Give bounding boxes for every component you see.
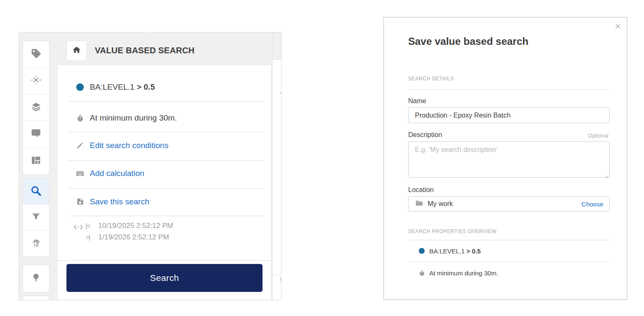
pencil-icon	[75, 141, 85, 150]
sidebar-item-comments[interactable]	[23, 121, 49, 148]
sidebar-group-1: ÷+×−	[22, 41, 50, 175]
save-search-dialog: × Save value based search SEARCH DETAILS…	[383, 17, 627, 300]
sidebar-item-insights[interactable]	[23, 265, 49, 292]
filter-icon	[30, 211, 41, 224]
sidebar-group-partial	[22, 296, 50, 300]
clipped-axis-label: 5	[280, 277, 281, 282]
name-input[interactable]	[408, 107, 610, 123]
sidebar-item-layers[interactable]	[23, 94, 49, 121]
choose-location-link[interactable]: Choose	[581, 201, 603, 208]
background-rule	[273, 275, 281, 275]
svg-text:−: −	[35, 82, 38, 86]
time-range-icon	[73, 222, 86, 245]
add-calculation-row[interactable]: Add calculation	[58, 162, 271, 185]
overview-timing-row: At minimum during 30m.	[384, 262, 627, 284]
close-icon[interactable]: ×	[615, 21, 621, 31]
tag-icon	[30, 48, 42, 61]
value-based-search-panel: ÷+×−	[19, 32, 282, 300]
home-icon	[72, 45, 81, 56]
divider	[69, 160, 264, 161]
sidebar-item-dashboard[interactable]	[23, 148, 49, 174]
search-summary-card: BA:LEVEL.1 > 0.5 At minimum during 30m.	[57, 65, 271, 300]
location-picker: My work Choose	[408, 196, 610, 212]
dashboard-icon	[30, 155, 41, 168]
overview-condition-row: BA:LEVEL.1 > 0.5	[384, 240, 627, 262]
svg-text:×: ×	[39, 78, 42, 82]
section-search-details: SEARCH DETAILS	[408, 76, 454, 82]
comment-icon	[30, 128, 41, 140]
timing-text: At minimum during 30m.	[90, 113, 177, 123]
stopwatch-icon	[75, 114, 85, 123]
home-button[interactable]	[66, 41, 87, 61]
save-icon	[75, 198, 85, 206]
timing-row: At minimum during 30m.	[58, 106, 271, 130]
formula-icon: ÷+×−	[30, 74, 42, 88]
stopwatch-icon	[418, 269, 426, 277]
edit-conditions-link[interactable]: Edit search conditions	[90, 141, 169, 150]
condition-text: BA:LEVEL.1 > 0.5	[90, 82, 155, 92]
border-notch	[143, 32, 148, 33]
sidebar-item-partial[interactable]	[23, 296, 49, 300]
range-end-marker: >|	[86, 234, 98, 241]
location-value: My work	[428, 200, 581, 208]
sidebar-item-search[interactable]	[23, 179, 49, 205]
condition-row: BA:LEVEL.1 > 0.5	[58, 75, 271, 99]
tool-sidebar: ÷+×−	[22, 41, 50, 300]
divider	[69, 132, 264, 132]
location-label: Location	[408, 186, 434, 194]
search-button[interactable]: Search	[66, 264, 263, 292]
dialog-title: Save value based search	[408, 36, 528, 47]
save-search-link[interactable]: Save this search	[90, 197, 149, 206]
name-label: Name	[408, 97, 426, 105]
svg-text:÷: ÷	[30, 78, 33, 82]
date-range-values: |< 10/19/2025 2:52:12 PM >| 1/19/2026 2:…	[86, 222, 173, 245]
sidebar-group-2	[22, 179, 50, 257]
save-search-row[interactable]: Save this search	[58, 190, 271, 214]
footer-divider	[58, 260, 271, 261]
sidebar-item-fingerprint[interactable]	[23, 231, 49, 256]
fingerprint-icon	[30, 237, 42, 250]
range-start-marker: |<	[86, 222, 98, 229]
lightbulb-icon	[30, 272, 41, 285]
panel-title: VALUE BASED SEARCH	[95, 46, 194, 55]
background-content-sliver: 4 5	[272, 33, 281, 300]
svg-text:+: +	[35, 74, 38, 78]
background-header-band	[273, 33, 281, 60]
signal-dot-icon	[76, 83, 84, 91]
date-range-row[interactable]: |< 10/19/2025 2:52:12 PM >| 1/19/2026 2:…	[58, 217, 271, 245]
keyboard-icon	[75, 169, 85, 178]
description-label: Description	[408, 131, 442, 139]
divider	[69, 216, 264, 216]
range-start-value: 10/19/2025 2:52:12 PM	[98, 222, 173, 230]
search-icon	[30, 185, 42, 198]
sidebar-item-tags[interactable]	[23, 41, 49, 68]
description-textarea[interactable]	[408, 141, 610, 178]
add-calculation-link[interactable]: Add calculation	[90, 169, 144, 178]
divider	[69, 188, 264, 189]
folder-icon	[415, 199, 423, 209]
range-end-value: 1/19/2026 2:52:12 PM	[98, 233, 169, 242]
clipped-axis-label: 4	[280, 90, 281, 95]
divider	[408, 89, 610, 90]
signal-dot-icon	[419, 248, 425, 254]
optional-hint: Optional	[588, 132, 608, 139]
overview-condition-text: BA:LEVEL.1 > 0.5	[429, 247, 481, 255]
overview-timing-text: At minimum during 30m.	[429, 269, 498, 277]
sidebar-item-filter[interactable]	[23, 205, 49, 231]
sidebar-group-3	[22, 265, 50, 292]
section-properties-overview: SEARCH PROPERTIES OVERVIEW	[408, 228, 497, 234]
layers-icon	[30, 101, 42, 114]
divider	[69, 101, 264, 102]
sidebar-item-formulas[interactable]: ÷+×−	[23, 68, 49, 94]
edit-conditions-row[interactable]: Edit search conditions	[58, 134, 271, 157]
